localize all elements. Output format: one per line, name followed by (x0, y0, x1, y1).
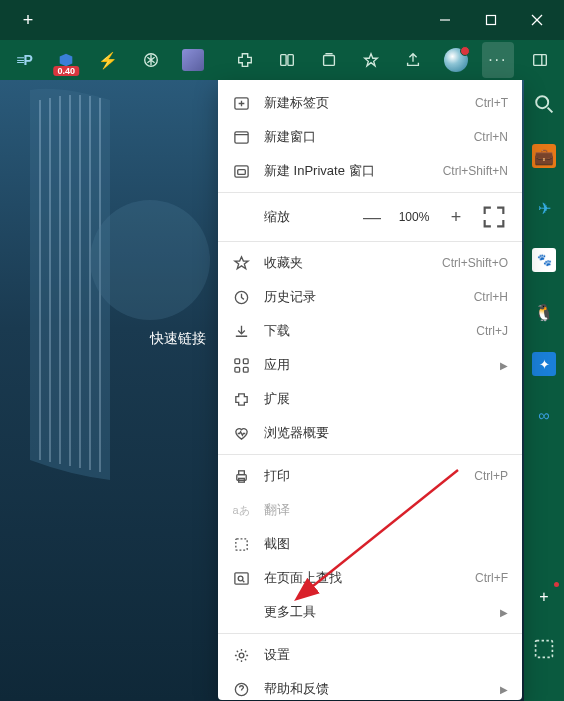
profile-icon[interactable] (440, 42, 472, 78)
menu-help[interactable]: 帮助和反馈 ▶ (218, 672, 522, 700)
star-icon (232, 254, 250, 272)
menu-separator (218, 241, 522, 242)
puzzle-icon (232, 390, 250, 408)
menu-find[interactable]: 在页面上查找 Ctrl+F (218, 561, 522, 595)
shortcut: Ctrl+Shift+O (442, 256, 508, 270)
bolt-icon[interactable]: ⚡ (92, 42, 124, 78)
menu-zoom: 缩放 — 100% + (218, 197, 522, 237)
svg-line-40 (242, 580, 244, 582)
quick-links-label: 快速链接 (150, 330, 206, 348)
svg-point-18 (90, 200, 210, 320)
svg-rect-35 (238, 470, 244, 474)
svg-rect-32 (234, 367, 239, 372)
right-sidebar: 💼 ✈ 🐾 🐧 ✦ ∞ + (524, 80, 564, 701)
openai-extension-icon[interactable] (134, 42, 166, 78)
menu-print[interactable]: 打印 Ctrl+P (218, 459, 522, 493)
extensions-icon[interactable] (229, 42, 261, 78)
browser-menu: 新建标签页 Ctrl+T 新建窗口 Ctrl+N 新建 InPrivate 窗口… (218, 80, 522, 700)
inprivate-icon (232, 162, 250, 180)
collections-icon[interactable] (313, 42, 345, 78)
menu-separator (218, 192, 522, 193)
app-icon[interactable]: ✦ (532, 352, 556, 376)
menu-new-window[interactable]: 新建窗口 Ctrl+N (218, 120, 522, 154)
menu-extensions[interactable]: 扩展 (218, 382, 522, 416)
apps-icon (232, 356, 250, 374)
zoom-out-button[interactable]: — (358, 203, 386, 231)
svg-rect-9 (534, 55, 547, 66)
menu-new-inprivate[interactable]: 新建 InPrivate 窗口 Ctrl+Shift+N (218, 154, 522, 188)
svg-rect-6 (288, 55, 293, 66)
more-menu-button[interactable]: ··· (482, 42, 514, 78)
avatar-extension-icon[interactable] (177, 42, 209, 78)
customize-sidebar-icon[interactable] (532, 637, 556, 661)
minimize-button[interactable] (422, 4, 468, 36)
search-icon[interactable] (532, 92, 556, 116)
menu-favorites[interactable]: 收藏夹 Ctrl+Shift+O (218, 246, 522, 280)
split-screen-icon[interactable] (271, 42, 303, 78)
toolbar: ≡P 0.40 ⚡ ··· (0, 40, 564, 80)
shortcut: Ctrl+T (475, 96, 508, 110)
fullscreen-button[interactable] (480, 203, 508, 231)
print-icon (232, 467, 250, 485)
screenshot-icon (232, 535, 250, 553)
menu-history[interactable]: 历史记录 Ctrl+H (218, 280, 522, 314)
sidebar-toggle-icon[interactable] (524, 42, 556, 78)
add-sidebar-icon[interactable]: + (532, 585, 556, 609)
menu-translate[interactable]: aあ 翻译 (218, 493, 522, 527)
gear-icon (232, 646, 250, 664)
menu-browser-essentials[interactable]: 浏览器概要 (218, 416, 522, 450)
shortcut: Ctrl+Shift+N (443, 164, 508, 178)
svg-line-20 (548, 108, 553, 113)
shortcut: Ctrl+P (474, 469, 508, 483)
extension-badge-icon[interactable]: 0.40 (50, 42, 82, 78)
menu-separator (218, 454, 522, 455)
svg-point-41 (239, 653, 244, 658)
translate-icon: aあ (232, 501, 250, 519)
svg-rect-38 (234, 572, 247, 583)
qq-icon[interactable]: 🐧 (532, 300, 556, 324)
chevron-right-icon: ▶ (500, 360, 508, 371)
download-icon (232, 322, 250, 340)
telegram-icon[interactable]: ✈ (532, 196, 556, 220)
shortcut: Ctrl+J (476, 324, 508, 338)
share-icon[interactable] (397, 42, 429, 78)
briefcase-icon[interactable]: 💼 (532, 144, 556, 168)
title-bar: + (0, 0, 564, 40)
chevron-right-icon: ▶ (500, 607, 508, 618)
ep-extension-icon[interactable]: ≡P (8, 42, 40, 78)
close-button[interactable] (514, 4, 560, 36)
zoom-in-button[interactable]: + (442, 203, 470, 231)
baidu-icon[interactable]: 🐾 (532, 248, 556, 272)
menu-apps[interactable]: 应用 ▶ (218, 348, 522, 382)
menu-settings[interactable]: 设置 (218, 638, 522, 672)
maximize-button[interactable] (468, 4, 514, 36)
svg-rect-1 (487, 16, 496, 25)
shortcut: Ctrl+H (474, 290, 508, 304)
svg-rect-33 (243, 367, 248, 372)
zoom-percent: 100% (396, 210, 432, 224)
history-icon (232, 288, 250, 306)
svg-point-39 (238, 576, 243, 581)
svg-rect-28 (237, 169, 245, 174)
svg-rect-21 (536, 641, 553, 658)
favorites-star-icon[interactable] (355, 42, 387, 78)
menu-new-tab[interactable]: 新建标签页 Ctrl+T (218, 86, 522, 120)
svg-point-19 (536, 96, 548, 108)
shortcut: Ctrl+F (475, 571, 508, 585)
shortcut: Ctrl+N (474, 130, 508, 144)
menu-more-tools[interactable]: 更多工具 ▶ (218, 595, 522, 629)
svg-rect-7 (324, 56, 335, 66)
new-tab-plus[interactable]: + (12, 4, 44, 36)
new-tab-icon (232, 94, 250, 112)
blank-icon (232, 603, 250, 621)
svg-rect-27 (234, 165, 247, 176)
menu-screenshot[interactable]: 截图 (218, 527, 522, 561)
chevron-right-icon: ▶ (500, 684, 508, 695)
svg-rect-5 (281, 55, 286, 66)
svg-rect-30 (234, 358, 239, 363)
menu-downloads[interactable]: 下载 Ctrl+J (218, 314, 522, 348)
cloud-icon[interactable]: ∞ (532, 404, 556, 428)
svg-rect-31 (243, 358, 248, 363)
background-art (10, 80, 210, 500)
heartbeat-icon (232, 424, 250, 442)
